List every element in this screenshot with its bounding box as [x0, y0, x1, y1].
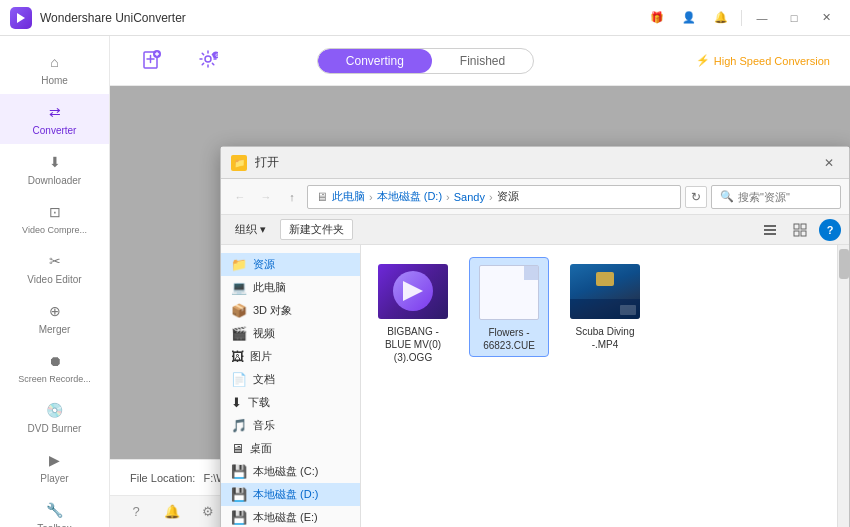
- breadcrumb-part1[interactable]: 此电脑: [332, 189, 365, 204]
- svg-rect-11: [794, 231, 799, 236]
- dlg-sidebar-this-pc[interactable]: 💻 此电脑: [221, 276, 360, 299]
- app-title: Wondershare UniConverter: [40, 11, 643, 25]
- sidebar-item-merger[interactable]: ⊕ Merger: [0, 293, 109, 343]
- dlg-sidebar-downloads[interactable]: ⬇ 下载: [221, 391, 360, 414]
- notification-icon[interactable]: 🔔: [162, 502, 182, 522]
- file-item-scuba[interactable]: Scuba Diving-.MP4: [565, 257, 645, 355]
- sidebar-item-dvd-burner[interactable]: 💿 DVD Burner: [0, 392, 109, 442]
- dlg-sidebar-label-videos: 视频: [253, 326, 275, 341]
- video-badge: [620, 305, 636, 315]
- sidebar-item-video-editor[interactable]: ✂ Video Editor: [0, 243, 109, 293]
- refresh-button[interactable]: ↻: [685, 186, 707, 208]
- dvd-icon: 💿: [45, 400, 65, 420]
- recorder-icon: ⏺: [45, 351, 65, 371]
- view-toggle-list[interactable]: [759, 219, 781, 241]
- bell-icon[interactable]: 🔔: [707, 7, 735, 29]
- app-logo: [10, 7, 32, 29]
- resources-folder-icon: 📁: [231, 257, 247, 272]
- sidebar-item-converter[interactable]: ⇄ Converter: [0, 94, 109, 144]
- breadcrumb-part2[interactable]: 本地磁盘 (D:): [377, 189, 442, 204]
- music-logo: [393, 271, 433, 311]
- gift-icon[interactable]: 🎁: [643, 7, 671, 29]
- window-controls: 🎁 👤 🔔 — □ ✕: [643, 7, 840, 29]
- videos-folder-icon: 🎬: [231, 326, 247, 341]
- file-name-bigbang: BIGBANG -BLUE MV(0)(3).OGG: [385, 325, 441, 364]
- sidebar-label-downloader: Downloader: [28, 175, 81, 186]
- maximize-button[interactable]: □: [780, 7, 808, 29]
- sidebar-label-editor: Video Editor: [27, 274, 81, 285]
- dialog-close-button[interactable]: ✕: [819, 153, 839, 173]
- sidebar-label-converter: Converter: [33, 125, 77, 136]
- dlg-sidebar-desktop[interactable]: 🖥 桌面: [221, 437, 360, 460]
- close-button[interactable]: ✕: [812, 7, 840, 29]
- dlg-sidebar-pictures[interactable]: 🖼 图片: [221, 345, 360, 368]
- nav-forward-button[interactable]: →: [255, 186, 277, 208]
- video-thumbnail-scuba: [570, 264, 640, 319]
- music-thumbnail: [378, 264, 448, 319]
- downloads-icon: ⬇: [231, 395, 242, 410]
- dlg-sidebar-videos[interactable]: 🎬 视频: [221, 322, 360, 345]
- scrollbar-thumb: [839, 249, 849, 279]
- add-files-button[interactable]: [130, 43, 174, 79]
- dlg-sidebar-disk-d[interactable]: 💾 本地磁盘 (D:): [221, 483, 360, 506]
- 3d-icon: 📦: [231, 303, 247, 318]
- minimize-button[interactable]: —: [748, 7, 776, 29]
- dlg-sidebar-label-documents: 文档: [253, 372, 275, 387]
- dlg-sidebar-label-pictures: 图片: [250, 349, 272, 364]
- pictures-icon: 🖼: [231, 349, 244, 364]
- sidebar-item-player[interactable]: ▶ Player: [0, 442, 109, 492]
- app-body: ⌂ Home ⇄ Converter ⬇ Downloader ⊡ Video …: [0, 36, 850, 527]
- search-input[interactable]: [738, 191, 828, 203]
- nav-up-button[interactable]: ↑: [281, 186, 303, 208]
- sidebar-item-screen-recorder[interactable]: ⏺ Screen Recorde...: [0, 343, 109, 392]
- file-thumb-bigbang: [378, 261, 448, 321]
- dlg-sidebar-label-downloads: 下载: [248, 395, 270, 410]
- new-folder-button[interactable]: 新建文件夹: [280, 219, 353, 240]
- scrollbar[interactable]: [837, 245, 849, 527]
- nav-back-button[interactable]: ←: [229, 186, 251, 208]
- sidebar-item-home[interactable]: ⌂ Home: [0, 44, 109, 94]
- help-icon[interactable]: ?: [126, 502, 146, 522]
- dialog-folder-icon: 📁: [231, 155, 247, 171]
- file-item-bigbang[interactable]: BIGBANG -BLUE MV(0)(3).OGG: [373, 257, 453, 368]
- tab-converting[interactable]: Converting: [318, 49, 432, 73]
- view-toggle-grid[interactable]: [789, 219, 811, 241]
- svg-rect-9: [794, 224, 799, 229]
- sidebar-item-toolbox[interactable]: 🔧 Toolbox: [0, 492, 109, 527]
- dlg-sidebar-documents[interactable]: 📄 文档: [221, 368, 360, 391]
- dlg-sidebar-label-3d: 3D 对象: [253, 303, 292, 318]
- dlg-sidebar-3d[interactable]: 📦 3D 对象: [221, 299, 360, 322]
- settings-icon[interactable]: ⚙: [198, 502, 218, 522]
- settings-button[interactable]: ⚙: [186, 43, 230, 78]
- high-speed-conversion: ⚡ High Speed Conversion: [696, 54, 830, 67]
- svg-marker-13: [403, 281, 423, 301]
- breadcrumb-part3[interactable]: Sandy: [454, 191, 485, 203]
- disk-d-icon: 💾: [231, 487, 247, 502]
- dlg-sidebar-label-disk-d: 本地磁盘 (D:): [253, 487, 318, 502]
- sidebar-item-downloader[interactable]: ⬇ Downloader: [0, 144, 109, 194]
- tab-finished[interactable]: Finished: [432, 49, 533, 73]
- dlg-sidebar-label-music: 音乐: [253, 418, 275, 433]
- user-icon[interactable]: 👤: [675, 7, 703, 29]
- file-name-flowers: Flowers -66823.CUE: [483, 326, 535, 352]
- dlg-sidebar-disk-c[interactable]: 💾 本地磁盘 (C:): [221, 460, 360, 483]
- sidebar-label-dvd: DVD Burner: [28, 423, 82, 434]
- search-icon: 🔍: [720, 190, 734, 203]
- organize-button[interactable]: 组织 ▾: [229, 220, 272, 239]
- dlg-sidebar-resources[interactable]: 📁 资源: [221, 253, 360, 276]
- sidebar-item-video-compress[interactable]: ⊡ Video Compre...: [0, 194, 109, 243]
- breadcrumb-sep3: ›: [489, 191, 493, 203]
- this-pc-icon: 💻: [231, 280, 247, 295]
- list-view-icon: [763, 223, 777, 237]
- settings-icon: ⚙: [198, 49, 218, 72]
- help-button[interactable]: ?: [819, 219, 841, 241]
- sidebar-label-recorder: Screen Recorde...: [18, 374, 91, 384]
- sidebar-label-compress: Video Compre...: [22, 225, 87, 235]
- player-icon: ▶: [45, 450, 65, 470]
- dlg-sidebar-disk-e[interactable]: 💾 本地磁盘 (E:): [221, 506, 360, 527]
- sidebar-label-player: Player: [40, 473, 68, 484]
- search-box: 🔍: [711, 185, 841, 209]
- file-item-flowers[interactable]: Flowers -66823.CUE: [469, 257, 549, 357]
- dlg-sidebar-music[interactable]: 🎵 音乐: [221, 414, 360, 437]
- nav-right-controls: ↻ 🔍: [685, 185, 841, 209]
